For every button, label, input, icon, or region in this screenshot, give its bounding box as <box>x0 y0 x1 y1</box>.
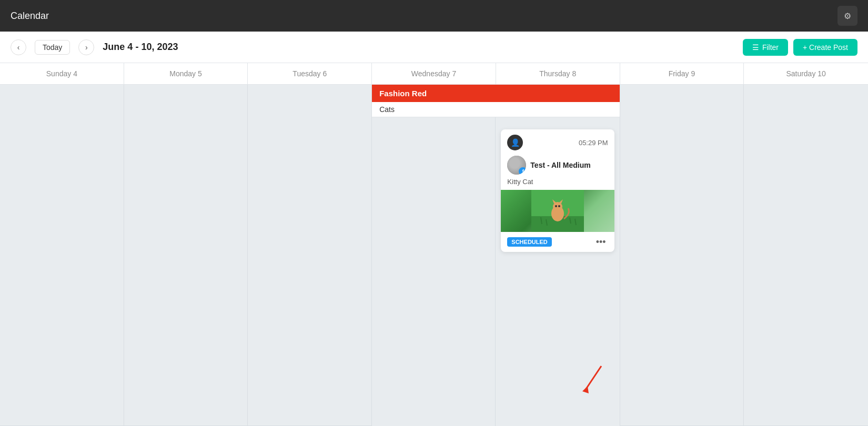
event-span-wed-thu: Fashion Red Cats 👤 05:29 PM <box>372 85 620 426</box>
scheduled-badge: SCHEDULED <box>507 237 551 247</box>
post-card: 👤 05:29 PM f Test - All Medium Kitty Cat <box>501 129 614 252</box>
app-title: Calendar <box>11 11 49 22</box>
day-cell-sunday <box>0 85 124 426</box>
create-post-button[interactable]: + Create Post <box>793 39 857 56</box>
filter-icon: ☰ <box>752 43 759 52</box>
gear-icon: ⚙ <box>844 11 851 21</box>
day-cell-thursday: 👤 05:29 PM f Test - All Medium Kitty Cat <box>496 85 619 426</box>
cat-svg <box>531 190 584 232</box>
svg-point-6 <box>555 205 557 207</box>
filter-label: Filter <box>762 43 779 52</box>
more-options-button[interactable]: ••• <box>594 236 608 248</box>
day-header-sunday: Sunday 4 <box>0 63 124 84</box>
arrow-annotation <box>575 361 607 400</box>
day-header-friday: Friday 9 <box>620 63 744 84</box>
avatar: f <box>507 156 526 175</box>
settings-button[interactable]: ⚙ <box>837 6 857 26</box>
calendar-container: Sunday 4 Monday 5 Tuesday 6 Wednesday 7 … <box>0 63 868 426</box>
header-actions: ☰ Filter + Create Post <box>743 39 857 56</box>
post-card-header: 👤 05:29 PM <box>501 129 614 154</box>
day-header-monday: Monday 5 <box>124 63 248 84</box>
next-week-button[interactable]: › <box>78 39 94 55</box>
cats-label: Cats <box>372 102 619 117</box>
day-cell-wednesday <box>372 85 496 426</box>
calendar-subheader: ‹ Today › June 4 - 10, 2023 ☰ Filter + C… <box>0 32 868 63</box>
post-image <box>501 190 614 232</box>
svg-point-7 <box>558 205 560 207</box>
top-navigation: Calendar ⚙ <box>0 0 868 32</box>
day-header-thursday: Thursday 8 <box>496 63 620 84</box>
svg-line-12 <box>586 366 601 390</box>
calendar-grid: Fashion Red Cats 👤 05:29 PM <box>0 85 868 426</box>
profile-badge: f <box>519 167 526 175</box>
day-cell-monday <box>124 85 248 426</box>
day-cell-friday <box>620 85 744 426</box>
day-cell-tuesday <box>248 85 372 426</box>
post-time: 05:29 PM <box>579 139 608 147</box>
svg-marker-13 <box>582 386 589 393</box>
today-button[interactable]: Today <box>35 40 70 55</box>
filter-button[interactable]: ☰ Filter <box>743 39 788 56</box>
more-icon: ••• <box>596 237 606 247</box>
date-range-label: June 4 - 10, 2023 <box>103 42 734 53</box>
svg-point-3 <box>553 202 562 211</box>
chevron-left-icon: ‹ <box>17 43 20 52</box>
day-header-tuesday: Tuesday 6 <box>248 63 372 84</box>
prev-week-button[interactable]: ‹ <box>11 39 26 55</box>
user-icon: 👤 <box>511 138 520 147</box>
post-caption: Kitty Cat <box>501 177 614 190</box>
event-banner: Fashion Red Cats <box>372 85 619 117</box>
post-profile-row: f Test - All Medium <box>501 154 614 177</box>
post-footer: SCHEDULED ••• <box>501 232 614 252</box>
day-cell-saturday <box>744 85 868 426</box>
fashion-red-title: Fashion Red <box>372 85 619 102</box>
post-profile-name: Test - All Medium <box>530 161 590 169</box>
arrow-svg <box>575 361 607 398</box>
day-header-wednesday: Wednesday 7 <box>372 63 496 84</box>
day-header-saturday: Saturday 10 <box>744 63 868 84</box>
chevron-right-icon: › <box>85 43 88 52</box>
post-user-icon: 👤 <box>507 135 523 150</box>
day-headers-row: Sunday 4 Monday 5 Tuesday 6 Wednesday 7 … <box>0 63 868 85</box>
